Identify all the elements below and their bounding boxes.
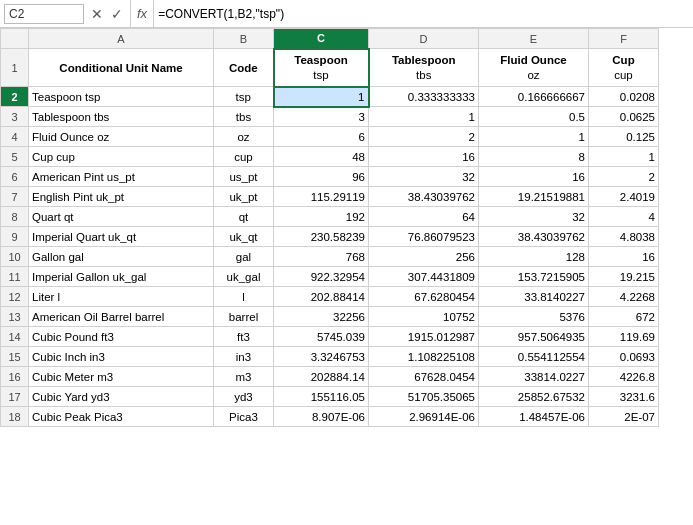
table-cell[interactable]: 0.166666667 xyxy=(479,87,589,107)
table-cell[interactable]: 153.7215905 xyxy=(479,267,589,287)
col-header-F[interactable]: F xyxy=(589,29,659,49)
col-header-C[interactable]: C xyxy=(274,29,369,49)
table-cell[interactable]: 4.2268 xyxy=(589,287,659,307)
table-cell[interactable]: 202884.14 xyxy=(274,367,369,387)
table-cell[interactable]: English Pint uk_pt xyxy=(29,187,214,207)
table-cell[interactable]: Fluid Ounceoz xyxy=(479,49,589,87)
table-cell[interactable]: Cubic Yard yd3 xyxy=(29,387,214,407)
table-cell[interactable]: Pica3 xyxy=(214,407,274,427)
table-cell[interactable]: tbs xyxy=(214,107,274,127)
table-cell[interactable]: 1 xyxy=(274,87,369,107)
table-cell[interactable]: Liter l xyxy=(29,287,214,307)
table-cell[interactable]: 192 xyxy=(274,207,369,227)
table-cell[interactable]: 672 xyxy=(589,307,659,327)
table-cell[interactable]: 1915.012987 xyxy=(369,327,479,347)
table-cell[interactable]: 1 xyxy=(479,127,589,147)
col-header-A[interactable]: A xyxy=(29,29,214,49)
col-header-D[interactable]: D xyxy=(369,29,479,49)
table-cell[interactable]: barrel xyxy=(214,307,274,327)
cancel-icon[interactable]: ✕ xyxy=(88,6,106,22)
table-cell[interactable]: 2E-07 xyxy=(589,407,659,427)
table-cell[interactable]: 230.58239 xyxy=(274,227,369,247)
table-cell[interactable]: 48 xyxy=(274,147,369,167)
table-cell[interactable]: 2 xyxy=(369,127,479,147)
table-cell[interactable]: 38.43039762 xyxy=(369,187,479,207)
table-cell[interactable]: American Oil Barrel barrel xyxy=(29,307,214,327)
table-cell[interactable]: cup xyxy=(214,147,274,167)
formula-input[interactable] xyxy=(154,7,689,21)
table-cell[interactable]: 16 xyxy=(479,167,589,187)
table-cell[interactable]: 3231.6 xyxy=(589,387,659,407)
table-cell[interactable]: Cubic Peak Pica3 xyxy=(29,407,214,427)
table-cell[interactable]: m3 xyxy=(214,367,274,387)
table-cell[interactable]: Cubic Pound ft3 xyxy=(29,327,214,347)
table-cell[interactable]: 957.5064935 xyxy=(479,327,589,347)
table-cell[interactable]: 67628.0454 xyxy=(369,367,479,387)
table-cell[interactable]: Code xyxy=(214,49,274,87)
table-cell[interactable]: 4.8038 xyxy=(589,227,659,247)
name-box[interactable]: C2 xyxy=(4,4,84,24)
table-cell[interactable]: 2 xyxy=(589,167,659,187)
table-cell[interactable]: 768 xyxy=(274,247,369,267)
table-cell[interactable]: Tablespoontbs xyxy=(369,49,479,87)
table-cell[interactable]: 16 xyxy=(589,247,659,267)
table-cell[interactable]: 5376 xyxy=(479,307,589,327)
table-cell[interactable]: 4 xyxy=(589,207,659,227)
table-cell[interactable]: 8 xyxy=(479,147,589,167)
table-cell[interactable]: 256 xyxy=(369,247,479,267)
table-cell[interactable]: Imperial Quart uk_qt xyxy=(29,227,214,247)
table-cell[interactable]: 115.29119 xyxy=(274,187,369,207)
table-cell[interactable]: 0.5 xyxy=(479,107,589,127)
table-cell[interactable]: Imperial Gallon uk_gal xyxy=(29,267,214,287)
table-cell[interactable]: 38.43039762 xyxy=(479,227,589,247)
table-cell[interactable]: 0.0208 xyxy=(589,87,659,107)
table-cell[interactable]: 3.3246753 xyxy=(274,347,369,367)
table-cell[interactable]: 32256 xyxy=(274,307,369,327)
table-cell[interactable]: l xyxy=(214,287,274,307)
table-cell[interactable]: 32 xyxy=(369,167,479,187)
table-cell[interactable]: 2.96914E-06 xyxy=(369,407,479,427)
table-cell[interactable]: yd3 xyxy=(214,387,274,407)
table-cell[interactable]: 1.108225108 xyxy=(369,347,479,367)
table-cell[interactable]: 1 xyxy=(589,147,659,167)
table-cell[interactable]: 2.4019 xyxy=(589,187,659,207)
table-cell[interactable]: 16 xyxy=(369,147,479,167)
table-cell[interactable]: 307.4431809 xyxy=(369,267,479,287)
table-cell[interactable]: 1.48457E-06 xyxy=(479,407,589,427)
table-cell[interactable]: 10752 xyxy=(369,307,479,327)
table-cell[interactable]: 0.0625 xyxy=(589,107,659,127)
table-cell[interactable]: 202.88414 xyxy=(274,287,369,307)
table-cell[interactable]: 64 xyxy=(369,207,479,227)
table-cell[interactable]: Gallon gal xyxy=(29,247,214,267)
table-cell[interactable]: Cup cup xyxy=(29,147,214,167)
table-cell[interactable]: 0.554112554 xyxy=(479,347,589,367)
table-cell[interactable]: 922.32954 xyxy=(274,267,369,287)
table-cell[interactable]: uk_qt xyxy=(214,227,274,247)
col-header-E[interactable]: E xyxy=(479,29,589,49)
table-cell[interactable]: 76.86079523 xyxy=(369,227,479,247)
table-cell[interactable]: 4226.8 xyxy=(589,367,659,387)
table-cell[interactable]: us_pt xyxy=(214,167,274,187)
col-header-B[interactable]: B xyxy=(214,29,274,49)
table-cell[interactable]: 51705.35065 xyxy=(369,387,479,407)
table-cell[interactable]: Cubic Meter m3 xyxy=(29,367,214,387)
table-cell[interactable]: 0.333333333 xyxy=(369,87,479,107)
confirm-icon[interactable]: ✓ xyxy=(108,6,126,22)
table-cell[interactable]: 3 xyxy=(274,107,369,127)
table-cell[interactable]: 67.6280454 xyxy=(369,287,479,307)
table-cell[interactable]: Teaspoon tsp xyxy=(29,87,214,107)
table-cell[interactable]: 128 xyxy=(479,247,589,267)
table-cell[interactable]: 32 xyxy=(479,207,589,227)
table-cell[interactable]: 19.215 xyxy=(589,267,659,287)
table-cell[interactable]: oz xyxy=(214,127,274,147)
table-cell[interactable]: American Pint us_pt xyxy=(29,167,214,187)
table-cell[interactable]: 1 xyxy=(369,107,479,127)
table-cell[interactable]: 119.69 xyxy=(589,327,659,347)
table-cell[interactable]: tsp xyxy=(214,87,274,107)
table-cell[interactable]: uk_pt xyxy=(214,187,274,207)
table-cell[interactable]: Tablespoon tbs xyxy=(29,107,214,127)
table-cell[interactable]: Cubic Inch in3 xyxy=(29,347,214,367)
table-cell[interactable]: 8.907E-06 xyxy=(274,407,369,427)
table-cell[interactable]: 33.8140227 xyxy=(479,287,589,307)
table-cell[interactable]: 155116.05 xyxy=(274,387,369,407)
